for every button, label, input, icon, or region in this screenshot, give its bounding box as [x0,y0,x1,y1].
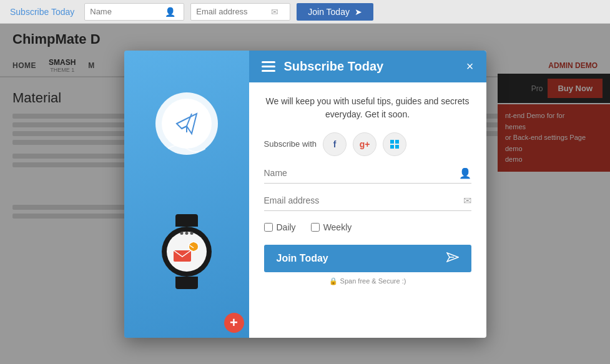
modal-email-input[interactable] [264,195,463,205]
subscribe-with-label: Subscribe with [264,139,317,149]
watch-face [167,232,207,272]
windows-button[interactable] [383,132,406,156]
weekly-checkbox-label[interactable]: Weekly [311,222,352,232]
send-icon: ➤ [355,7,362,17]
daily-checkbox[interactable] [264,223,273,232]
modal-description: We will keep you with useful tips, guide… [264,95,471,121]
modal-header: Subscribe Today × [249,51,486,82]
modal-name-input[interactable] [264,168,459,178]
watch-body [162,227,212,277]
person-icon: 👤 [165,7,175,17]
page-background: ChimpMate D HOME SMASH THEME 1 M ADMIN D… [0,24,610,364]
lock-icon: 🔒 [329,277,338,285]
watch-band-top [175,214,198,227]
send-circle [155,92,218,155]
email-input-wrapper[interactable]: ✉ [190,3,290,21]
modal-illustration: + [124,51,249,338]
email-icon: ✉ [271,7,278,17]
modal-right: Subscribe Today × We will keep you with … [249,51,486,338]
hamburger-menu[interactable] [262,61,275,72]
watch [152,214,221,295]
email-input[interactable] [196,7,271,16]
spam-note: 🔒 Span free & Secure :) [264,277,471,285]
svg-line-1 [187,114,192,126]
weekly-checkbox[interactable] [311,223,320,232]
watch-container [152,214,221,295]
modal-overlay: + [0,24,610,364]
subscribe-today-label: Subscribe Today [10,7,74,17]
name-input-wrapper[interactable]: 👤 [84,3,184,21]
daily-checkbox-label[interactable]: Daily [264,222,296,232]
send-circle-inner [162,99,212,149]
email-field-icon: ✉ [463,195,471,207]
windows-icon [390,139,400,149]
subscribe-with-row: Subscribe with f g+ [264,132,471,156]
google-button[interactable]: g+ [353,132,376,156]
modal: + [124,51,486,338]
submit-send-icon [446,252,459,265]
frequency-checkboxes: Daily Weekly [264,222,471,232]
watch-band-bottom [175,277,198,289]
squiggle [168,142,205,161]
svg-rect-8 [390,145,394,149]
svg-rect-9 [395,145,399,149]
svg-rect-7 [395,140,399,144]
name-field[interactable]: 👤 [264,167,471,184]
modal-close-button[interactable]: × [466,60,474,72]
top-bar: Subscribe Today 👤 ✉ Join Today ➤ [0,0,610,24]
svg-point-3 [189,242,198,251]
email-field[interactable]: ✉ [264,195,471,211]
modal-body: We will keep you with useful tips, guide… [249,82,486,338]
modal-submit-button[interactable]: Join Today [264,245,471,272]
watch-mail-icon [171,239,202,264]
svg-rect-6 [390,140,394,144]
paper-plane-icon [173,110,200,137]
modal-title: Subscribe Today [284,59,458,74]
watch-dots [180,232,193,235]
join-button[interactable]: Join Today ➤ [297,3,373,21]
plus-button[interactable]: + [224,313,244,333]
person-field-icon: 👤 [459,167,471,179]
facebook-button[interactable]: f [323,132,347,156]
name-input[interactable] [90,7,165,16]
